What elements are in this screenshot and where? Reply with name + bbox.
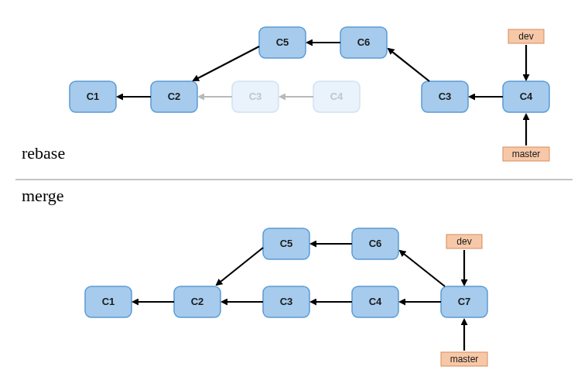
branch-master: master (441, 352, 487, 366)
commit-c1: C1 (85, 286, 132, 317)
commit-c3-new: C3 (422, 81, 468, 112)
svg-text:C7: C7 (458, 296, 471, 307)
svg-text:C1: C1 (102, 296, 115, 307)
arrow-c5-c2 (217, 248, 263, 285)
commit-c6: C6 (340, 27, 387, 58)
svg-text:C4: C4 (520, 91, 533, 102)
commit-c5: C5 (263, 228, 309, 259)
svg-text:C1: C1 (87, 91, 100, 102)
commit-c3: C3 (263, 286, 309, 317)
commit-c2: C2 (151, 81, 197, 112)
commit-c4-ghost: C4 (313, 81, 360, 112)
svg-text:C4: C4 (369, 296, 382, 307)
branch-dev: dev (508, 29, 544, 43)
commit-c1: C1 (70, 81, 116, 112)
rebase-section: rebase C1 C2 C3 C4 C5 C6 C3 (22, 27, 549, 163)
svg-text:dev: dev (518, 31, 533, 42)
git-rebase-vs-merge-diagram: rebase C1 C2 C3 C4 C5 C6 C3 (0, 0, 588, 387)
svg-text:master: master (450, 354, 479, 365)
rebase-title: rebase (22, 143, 65, 163)
svg-text:C3: C3 (280, 296, 293, 307)
commit-c5: C5 (259, 27, 306, 58)
arrow-c5-c2 (193, 46, 259, 80)
svg-text:C3: C3 (439, 91, 452, 102)
svg-text:C2: C2 (168, 91, 181, 102)
merge-section: merge C1 C2 C3 C4 C5 C6 C7 (22, 186, 487, 366)
branch-dev: dev (446, 235, 482, 248)
commit-c4: C4 (352, 286, 398, 317)
svg-text:C3: C3 (249, 91, 262, 102)
svg-text:C6: C6 (369, 238, 382, 249)
commit-c2: C2 (174, 286, 220, 317)
branch-master: master (503, 147, 549, 161)
svg-text:master: master (512, 149, 541, 159)
svg-text:C2: C2 (191, 296, 204, 307)
svg-text:dev: dev (456, 236, 471, 247)
commit-c7: C7 (441, 286, 487, 317)
commit-c6: C6 (352, 228, 398, 259)
commit-c3-ghost: C3 (232, 81, 279, 112)
svg-text:C5: C5 (276, 36, 289, 48)
svg-text:C6: C6 (357, 36, 371, 48)
commit-c4-new: C4 (503, 81, 549, 112)
arrow-c3new-c6 (388, 49, 429, 81)
arrow-c7-c6 (400, 251, 445, 286)
merge-title: merge (22, 186, 64, 205)
svg-text:C5: C5 (280, 238, 293, 249)
svg-text:C4: C4 (330, 91, 344, 102)
